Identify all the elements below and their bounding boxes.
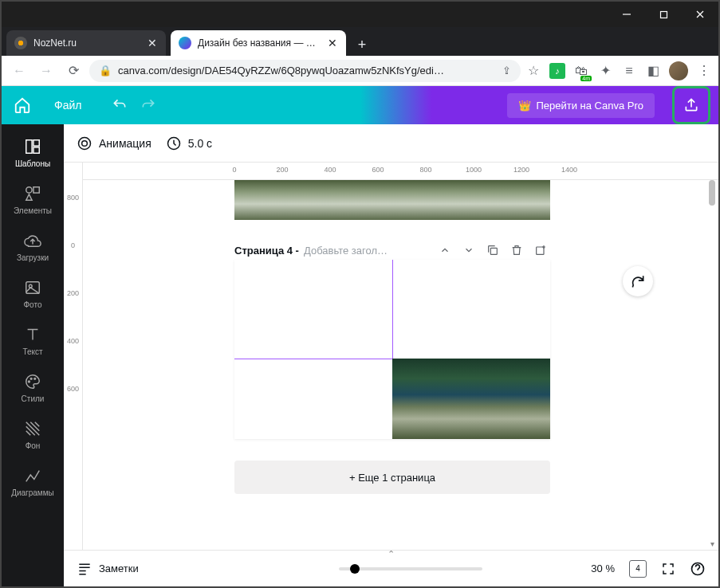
close-icon[interactable]: ✕ xyxy=(327,37,338,49)
sidebar-item-text[interactable]: Текст xyxy=(2,317,64,364)
zoom-value[interactable]: 30 % xyxy=(591,563,615,574)
shopping-extension-icon[interactable]: 🛍4m xyxy=(573,63,589,79)
svg-point-12 xyxy=(30,378,32,379)
svg-point-7 xyxy=(26,187,32,193)
vertical-ruler: 800 0 200 400 600 xyxy=(64,163,83,550)
canva-header: Файл 👑 Перейти на Canva Pro xyxy=(2,86,718,124)
file-menu[interactable]: Файл xyxy=(46,94,89,116)
sidebar-item-photos[interactable]: Фото xyxy=(2,270,64,317)
expand-footer-icon[interactable]: ⌃ xyxy=(388,549,395,559)
svg-rect-5 xyxy=(33,140,39,146)
home-button[interactable] xyxy=(10,92,35,118)
page-title-input[interactable]: Добавьте загол… xyxy=(304,245,431,257)
window-maximize-button[interactable] xyxy=(645,2,682,27)
profile-avatar[interactable] xyxy=(669,61,688,80)
tab-title: NozNet.ru xyxy=(33,37,140,49)
scroll-down-icon[interactable]: ▾ xyxy=(707,539,717,548)
add-page-button[interactable]: + Еще 1 страница xyxy=(234,461,550,494)
photo-icon xyxy=(23,278,42,297)
sidebar-item-uploads[interactable]: Загрузки xyxy=(2,223,64,270)
back-button[interactable]: ← xyxy=(8,60,30,82)
canva-icon xyxy=(179,37,191,49)
undo-button[interactable] xyxy=(108,94,131,116)
sidebar-item-styles[interactable]: Стили xyxy=(2,364,64,411)
new-tab-button[interactable]: + xyxy=(351,33,373,56)
share-button[interactable] xyxy=(677,91,706,120)
url-text: canva.com/design/DAE54QyRZZw/6Q8pywqUoaz… xyxy=(118,65,496,76)
redo-button[interactable] xyxy=(137,94,159,116)
canvas-image[interactable] xyxy=(392,359,550,439)
scrollbar-thumb[interactable] xyxy=(709,180,715,206)
page-number-label: Страница 4 - xyxy=(234,245,299,257)
palette-icon xyxy=(23,372,42,391)
collapse-down-icon[interactable] xyxy=(459,241,478,260)
svg-point-11 xyxy=(29,381,30,382)
help-button[interactable] xyxy=(690,561,706,577)
svg-point-13 xyxy=(34,378,36,379)
window-close-button[interactable] xyxy=(682,2,718,27)
sidebar-icon[interactable]: ◧ xyxy=(645,63,661,79)
editor-footer: ⌃ Заметки 30 % 4 xyxy=(64,550,718,586)
left-sidebar: Шаблоны Элементы Загрузки Фото Текст Сти… xyxy=(2,124,64,586)
music-extension-icon[interactable]: ♪ xyxy=(549,63,565,79)
svg-point-15 xyxy=(82,140,88,146)
crown-icon: 👑 xyxy=(518,100,531,112)
lock-icon: 🔒 xyxy=(99,65,112,76)
address-bar[interactable]: 🔒 canva.com/design/DAE54QyRZZw/6Q8pywqUo… xyxy=(89,60,521,82)
sidebar-item-background[interactable]: Фон xyxy=(2,411,64,458)
menu-icon[interactable]: ⋮ xyxy=(696,63,712,79)
share-url-icon[interactable]: ⇪ xyxy=(502,65,511,76)
close-icon[interactable]: ✕ xyxy=(147,37,158,49)
add-page-icon[interactable] xyxy=(531,241,550,260)
duplicate-page-icon[interactable] xyxy=(483,241,502,260)
star-icon[interactable]: ☆ xyxy=(525,63,541,79)
svg-rect-6 xyxy=(33,147,39,153)
notes-icon xyxy=(77,561,92,577)
collapse-up-icon[interactable] xyxy=(435,241,454,260)
forward-button[interactable]: → xyxy=(35,60,57,82)
page-canvas[interactable] xyxy=(234,260,550,439)
zoom-slider-thumb[interactable] xyxy=(350,564,360,574)
horizontal-ruler: 0 200 400 600 800 1000 1200 1400 xyxy=(83,163,718,180)
fullscreen-button[interactable] xyxy=(661,562,675,576)
text-icon xyxy=(23,325,42,344)
browser-tab[interactable]: NozNet.ru ✕ xyxy=(6,30,166,56)
duration-button[interactable]: 5.0 с xyxy=(166,135,212,151)
browser-urlbar: ← → ⟳ 🔒 canva.com/design/DAE54QyRZZw/6Q8… xyxy=(2,56,718,86)
notes-button[interactable]: Заметки xyxy=(77,561,139,577)
browser-tab-active[interactable]: Дизайн без названия — 1332 × ✕ xyxy=(171,30,346,56)
reading-list-icon[interactable]: ≡ xyxy=(621,63,637,79)
elements-icon xyxy=(23,184,42,203)
svg-rect-4 xyxy=(26,140,32,154)
page-header: Страница 4 - Добавьте загол… xyxy=(234,241,550,260)
editor-toolbar: Анимация 5.0 с xyxy=(64,124,718,163)
sidebar-item-charts[interactable]: Диаграммы xyxy=(2,458,64,505)
svg-rect-17 xyxy=(490,248,497,254)
upgrade-pro-button[interactable]: 👑 Перейти на Canva Pro xyxy=(507,93,655,118)
clock-icon xyxy=(166,135,182,151)
templates-icon xyxy=(23,137,42,156)
animation-icon xyxy=(77,135,92,151)
regenerate-button[interactable] xyxy=(623,266,653,296)
animation-button[interactable]: Анимация xyxy=(77,135,151,151)
reload-button[interactable]: ⟳ xyxy=(62,60,85,82)
sidebar-item-elements[interactable]: Элементы xyxy=(2,176,64,223)
tab-title: Дизайн без названия — 1332 × xyxy=(198,37,321,49)
zoom-slider[interactable] xyxy=(339,567,482,570)
delete-page-icon[interactable] xyxy=(507,241,526,260)
previous-page-fragment[interactable] xyxy=(234,180,550,220)
wrench-icon xyxy=(14,37,27,49)
window-minimize-button[interactable] xyxy=(608,2,645,27)
extensions-icon[interactable]: ✦ xyxy=(597,63,613,79)
page-indicator[interactable]: 4 xyxy=(629,560,647,578)
chart-icon xyxy=(23,466,42,485)
vertical-scrollbar[interactable]: ▾ xyxy=(707,180,717,550)
svg-rect-8 xyxy=(33,187,39,193)
window-titlebar xyxy=(2,2,718,27)
cloud-upload-icon xyxy=(23,231,42,250)
share-button-highlight xyxy=(672,86,710,124)
browser-tab-strip: NozNet.ru ✕ Дизайн без названия — 1332 ×… xyxy=(2,27,718,56)
sidebar-item-templates[interactable]: Шаблоны xyxy=(2,129,64,176)
background-icon xyxy=(23,419,42,438)
canvas-area[interactable]: Страница 4 - Добавьте загол… xyxy=(83,180,718,550)
